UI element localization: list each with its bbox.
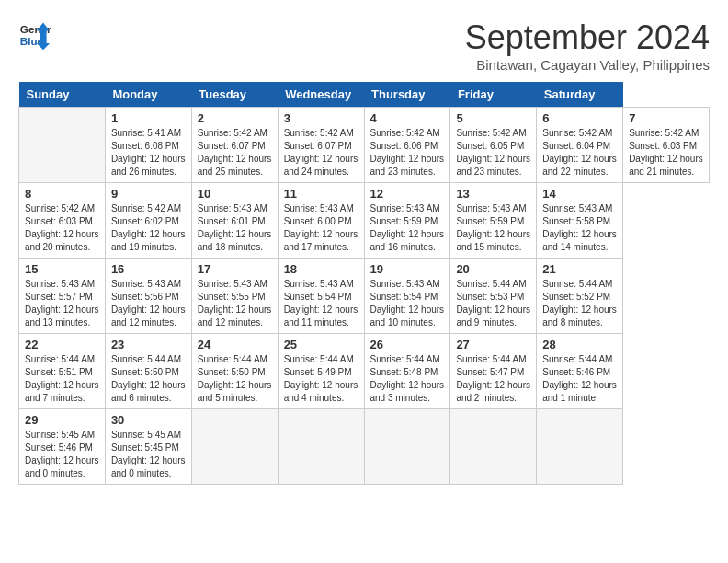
day-info: Sunrise: 5:45 AMSunset: 5:45 PMDaylight:… (111, 429, 186, 480)
calendar-cell: 24Sunrise: 5:44 AMSunset: 5:50 PMDayligh… (191, 334, 278, 409)
day-info: Sunrise: 5:43 AMSunset: 6:01 PMDaylight:… (198, 202, 272, 254)
day-info: Sunrise: 5:44 AMSunset: 5:49 PMDaylight:… (284, 353, 358, 405)
day-info: Sunrise: 5:43 AMSunset: 5:58 PMDaylight:… (542, 202, 617, 254)
calendar-cell (364, 409, 450, 485)
day-info: Sunrise: 5:42 AMSunset: 6:07 PMDaylight:… (284, 127, 358, 178)
day-number: 10 (198, 187, 272, 201)
day-number: 14 (542, 187, 617, 201)
calendar-cell (537, 409, 623, 485)
title-area: September 2024 Bintawan, Cagayan Valley,… (465, 18, 710, 73)
calendar-cell: 22Sunrise: 5:44 AMSunset: 5:51 PMDayligh… (19, 334, 106, 409)
day-info: Sunrise: 5:43 AMSunset: 5:59 PMDaylight:… (456, 202, 530, 254)
day-info: Sunrise: 5:43 AMSunset: 5:54 PMDaylight:… (284, 278, 358, 329)
calendar-week-3: 15Sunrise: 5:43 AMSunset: 5:57 PMDayligh… (19, 259, 710, 334)
day-number: 5 (456, 111, 530, 125)
day-info: Sunrise: 5:43 AMSunset: 6:00 PMDaylight:… (284, 202, 358, 254)
calendar-header-tuesday: Tuesday (191, 82, 278, 108)
day-number: 17 (198, 262, 272, 276)
day-number: 13 (456, 187, 530, 201)
day-number: 2 (198, 111, 272, 125)
day-info: Sunrise: 5:42 AMSunset: 6:07 PMDaylight:… (198, 127, 272, 178)
day-number: 25 (284, 338, 358, 351)
day-number: 22 (25, 338, 99, 351)
calendar-cell: 4Sunrise: 5:42 AMSunset: 6:06 PMDaylight… (364, 108, 450, 183)
calendar-cell: 6Sunrise: 5:42 AMSunset: 6:04 PMDaylight… (537, 108, 623, 183)
calendar-cell: 3Sunrise: 5:42 AMSunset: 6:07 PMDaylight… (278, 108, 364, 183)
calendar-cell: 2Sunrise: 5:42 AMSunset: 6:07 PMDaylight… (191, 108, 278, 183)
calendar-body: 1Sunrise: 5:41 AMSunset: 6:08 PMDaylight… (19, 108, 710, 485)
day-number: 26 (370, 338, 445, 351)
day-number: 4 (370, 111, 445, 125)
calendar-week-2: 8Sunrise: 5:42 AMSunset: 6:03 PMDaylight… (19, 183, 710, 259)
day-number: 15 (25, 262, 99, 276)
day-info: Sunrise: 5:43 AMSunset: 5:56 PMDaylight:… (111, 278, 186, 329)
day-info: Sunrise: 5:44 AMSunset: 5:50 PMDaylight:… (111, 353, 186, 405)
calendar-header-wednesday: Wednesday (278, 82, 364, 108)
day-number: 1 (111, 111, 186, 125)
logo: General Blue (18, 18, 51, 52)
day-info: Sunrise: 5:42 AMSunset: 6:05 PMDaylight:… (456, 127, 530, 178)
calendar-cell (450, 409, 537, 485)
day-number: 28 (542, 338, 617, 351)
calendar-cell: 28Sunrise: 5:44 AMSunset: 5:46 PMDayligh… (537, 334, 623, 409)
day-number: 23 (111, 338, 186, 351)
calendar-cell: 17Sunrise: 5:43 AMSunset: 5:55 PMDayligh… (191, 259, 278, 334)
header: General Blue September 2024 Bintawan, Ca… (18, 18, 710, 73)
day-number: 6 (542, 111, 617, 125)
day-info: Sunrise: 5:43 AMSunset: 5:55 PMDaylight:… (198, 278, 272, 329)
day-number: 3 (284, 111, 358, 125)
calendar-cell: 15Sunrise: 5:43 AMSunset: 5:57 PMDayligh… (19, 259, 106, 334)
day-number: 20 (456, 262, 530, 276)
location-title: Bintawan, Cagayan Valley, Philippines (465, 57, 710, 73)
calendar-cell: 21Sunrise: 5:44 AMSunset: 5:52 PMDayligh… (537, 259, 623, 334)
calendar-header-thursday: Thursday (364, 82, 450, 108)
month-title: September 2024 (465, 18, 710, 57)
day-info: Sunrise: 5:43 AMSunset: 5:57 PMDaylight:… (25, 278, 99, 329)
logo-icon: General Blue (18, 18, 51, 52)
calendar-cell: 7Sunrise: 5:42 AMSunset: 6:03 PMDaylight… (623, 108, 710, 183)
day-info: Sunrise: 5:44 AMSunset: 5:46 PMDaylight:… (542, 353, 617, 405)
calendar-cell: 26Sunrise: 5:44 AMSunset: 5:48 PMDayligh… (364, 334, 450, 409)
calendar-cell: 13Sunrise: 5:43 AMSunset: 5:59 PMDayligh… (450, 183, 537, 259)
calendar-cell: 16Sunrise: 5:43 AMSunset: 5:56 PMDayligh… (105, 259, 191, 334)
calendar-cell: 12Sunrise: 5:43 AMSunset: 5:59 PMDayligh… (364, 183, 450, 259)
calendar-cell: 29Sunrise: 5:45 AMSunset: 5:46 PMDayligh… (19, 409, 106, 485)
calendar-cell (278, 409, 364, 485)
day-info: Sunrise: 5:44 AMSunset: 5:47 PMDaylight:… (456, 353, 530, 405)
calendar-cell: 5Sunrise: 5:42 AMSunset: 6:05 PMDaylight… (450, 108, 537, 183)
calendar-cell: 1Sunrise: 5:41 AMSunset: 6:08 PMDaylight… (105, 108, 191, 183)
calendar-header-sunday: Sunday (19, 82, 106, 108)
day-number: 11 (284, 187, 358, 201)
day-number: 19 (370, 262, 445, 276)
calendar-cell: 10Sunrise: 5:43 AMSunset: 6:01 PMDayligh… (191, 183, 278, 259)
calendar-table: SundayMondayTuesdayWednesdayThursdayFrid… (18, 82, 710, 485)
day-number: 8 (25, 187, 99, 201)
calendar-week-1: 1Sunrise: 5:41 AMSunset: 6:08 PMDaylight… (19, 108, 710, 183)
calendar-header-monday: Monday (105, 82, 191, 108)
day-number: 30 (111, 413, 186, 427)
day-info: Sunrise: 5:44 AMSunset: 5:52 PMDaylight:… (542, 278, 617, 329)
day-number: 29 (25, 413, 99, 427)
day-info: Sunrise: 5:42 AMSunset: 6:03 PMDaylight:… (25, 202, 99, 254)
day-info: Sunrise: 5:42 AMSunset: 6:03 PMDaylight:… (629, 127, 703, 178)
calendar-week-4: 22Sunrise: 5:44 AMSunset: 5:51 PMDayligh… (19, 334, 710, 409)
day-number: 7 (629, 111, 703, 125)
day-number: 21 (542, 262, 617, 276)
day-info: Sunrise: 5:44 AMSunset: 5:51 PMDaylight:… (25, 353, 99, 405)
day-info: Sunrise: 5:42 AMSunset: 6:02 PMDaylight:… (111, 202, 186, 254)
calendar-week-5: 29Sunrise: 5:45 AMSunset: 5:46 PMDayligh… (19, 409, 710, 485)
calendar-cell: 14Sunrise: 5:43 AMSunset: 5:58 PMDayligh… (537, 183, 623, 259)
day-info: Sunrise: 5:44 AMSunset: 5:50 PMDaylight:… (198, 353, 272, 405)
day-number: 18 (284, 262, 358, 276)
calendar-cell: 9Sunrise: 5:42 AMSunset: 6:02 PMDaylight… (105, 183, 191, 259)
calendar-cell: 27Sunrise: 5:44 AMSunset: 5:47 PMDayligh… (450, 334, 537, 409)
calendar-cell (19, 108, 106, 183)
day-number: 9 (111, 187, 186, 201)
calendar-cell: 11Sunrise: 5:43 AMSunset: 6:00 PMDayligh… (278, 183, 364, 259)
calendar-cell (191, 409, 278, 485)
day-number: 24 (198, 338, 272, 351)
day-info: Sunrise: 5:44 AMSunset: 5:48 PMDaylight:… (370, 353, 445, 405)
day-number: 27 (456, 338, 530, 351)
day-info: Sunrise: 5:42 AMSunset: 6:04 PMDaylight:… (542, 127, 617, 178)
day-number: 12 (370, 187, 445, 201)
